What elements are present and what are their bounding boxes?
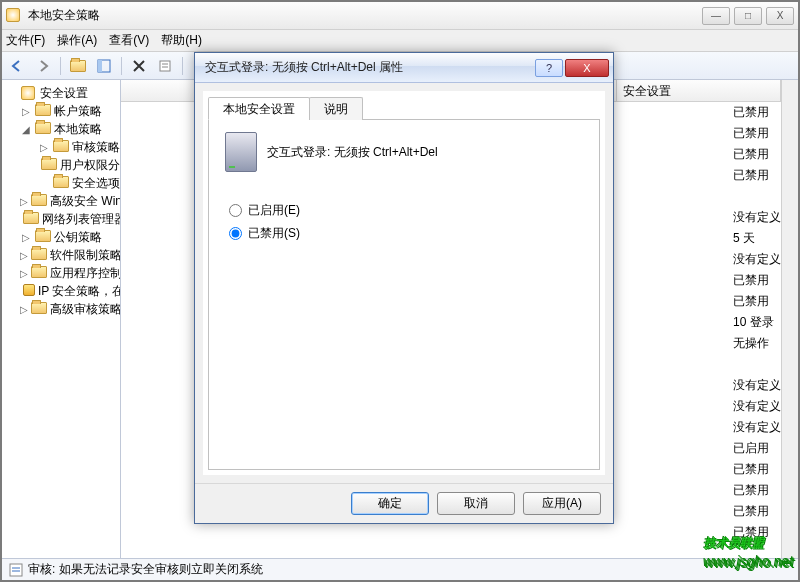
list-cell-setting: 已禁用 bbox=[733, 461, 769, 478]
radio-disabled-label: 已禁用(S) bbox=[248, 225, 300, 242]
radio-enabled-row[interactable]: 已启用(E) bbox=[229, 202, 579, 219]
menubar: 文件(F) 操作(A) 查看(V) 帮助(H) bbox=[2, 30, 798, 52]
scrollbar[interactable] bbox=[781, 80, 798, 558]
radio-disabled[interactable] bbox=[229, 227, 242, 240]
tree-expander-icon[interactable]: ▷ bbox=[20, 106, 32, 117]
cancel-button[interactable]: 取消 bbox=[437, 492, 515, 515]
forward-button[interactable] bbox=[32, 55, 54, 77]
menu-action[interactable]: 操作(A) bbox=[57, 32, 97, 49]
minimize-button[interactable]: — bbox=[702, 7, 730, 25]
tree-expander-icon[interactable]: ▷ bbox=[20, 250, 28, 261]
tree-expander-icon[interactable]: ▷ bbox=[20, 268, 28, 279]
properties-dialog: 交互式登录: 无须按 Ctrl+Alt+Del 属性 ? X 本地安全设置 说明… bbox=[194, 52, 614, 524]
tree-item-label: 审核策略 bbox=[72, 139, 120, 156]
up-button[interactable] bbox=[67, 55, 89, 77]
tree-item-label: 安全选项 bbox=[72, 175, 120, 192]
menu-help[interactable]: 帮助(H) bbox=[161, 32, 202, 49]
tree-item-label: 高级安全 Windows 防火墙 bbox=[50, 193, 121, 210]
list-cell-setting: 已启用 bbox=[733, 440, 769, 457]
dialog-help-button[interactable]: ? bbox=[535, 59, 563, 77]
list-cell-setting: 没有定义 bbox=[733, 251, 781, 268]
tree-item[interactable]: 用户权限分配 bbox=[2, 156, 120, 174]
list-cell-setting: 已禁用 bbox=[733, 272, 769, 289]
tree-item[interactable]: ▷审核策略 bbox=[2, 138, 120, 156]
tree-root-label: 安全设置 bbox=[40, 85, 88, 102]
dialog-buttons: 确定 取消 应用(A) bbox=[195, 483, 613, 523]
radio-enabled[interactable] bbox=[229, 204, 242, 217]
tree-pane[interactable]: 安全设置 ▷帐户策略◢本地策略▷审核策略用户权限分配安全选项▷高级安全 Wind… bbox=[2, 80, 121, 558]
tree-item-label: 网络列表管理器策略 bbox=[42, 211, 121, 228]
policy-name: 交互式登录: 无须按 Ctrl+Alt+Del bbox=[267, 144, 438, 161]
window-controls: — □ X bbox=[702, 7, 794, 25]
main-titlebar: 本地安全策略 — □ X bbox=[2, 2, 798, 30]
list-cell-setting: 10 登录 bbox=[733, 314, 774, 331]
list-cell-setting: 已禁用 bbox=[733, 524, 769, 541]
back-button[interactable] bbox=[6, 55, 28, 77]
tree-item[interactable]: ▷软件限制策略 bbox=[2, 246, 120, 264]
folder-icon bbox=[31, 302, 47, 316]
list-cell-setting: 已禁用 bbox=[733, 167, 769, 184]
status-text: 审核: 如果无法记录安全审核则立即关闭系统 bbox=[28, 561, 263, 578]
tree-item-label: 帐户策略 bbox=[54, 103, 102, 120]
folder-icon bbox=[23, 212, 39, 226]
dialog-tab-content: 交互式登录: 无须按 Ctrl+Alt+Del 已启用(E) 已禁用(S) bbox=[208, 120, 600, 470]
dialog-close-button[interactable]: X bbox=[565, 59, 609, 77]
tree-item[interactable]: ▷应用程序控制策略 bbox=[2, 264, 120, 282]
tree-item[interactable]: 网络列表管理器策略 bbox=[2, 210, 120, 228]
show-hide-tree-button[interactable] bbox=[93, 55, 115, 77]
folder-icon bbox=[53, 140, 69, 154]
list-cell-setting: 没有定义 bbox=[733, 377, 781, 394]
folder-icon bbox=[53, 176, 69, 190]
tree-expander-icon[interactable]: ◢ bbox=[20, 124, 32, 135]
tree-expander-icon[interactable]: ▷ bbox=[20, 196, 28, 207]
tab-local-security[interactable]: 本地安全设置 bbox=[208, 97, 310, 120]
tree-item-label: 应用程序控制策略 bbox=[50, 265, 121, 282]
tree-item[interactable]: 安全选项 bbox=[2, 174, 120, 192]
maximize-button[interactable]: □ bbox=[734, 7, 762, 25]
app-icon bbox=[6, 8, 22, 24]
list-col-setting[interactable]: 安全设置 bbox=[617, 80, 781, 101]
svg-rect-2 bbox=[160, 61, 170, 71]
list-cell-setting: 无操作 bbox=[733, 335, 769, 352]
list-cell-setting: 已禁用 bbox=[733, 482, 769, 499]
tree-expander-icon[interactable]: ▷ bbox=[20, 232, 32, 243]
folder-icon bbox=[35, 104, 51, 118]
tree-item[interactable]: ▷高级审核策略配置 bbox=[2, 300, 120, 318]
tree-item[interactable]: ▷帐户策略 bbox=[2, 102, 120, 120]
lock-icon bbox=[23, 284, 35, 298]
tree-item[interactable]: ▷公钥策略 bbox=[2, 228, 120, 246]
tab-explain[interactable]: 说明 bbox=[309, 97, 363, 120]
radio-disabled-row[interactable]: 已禁用(S) bbox=[229, 225, 579, 242]
folder-icon bbox=[31, 194, 47, 208]
list-cell-setting: 没有定义 bbox=[733, 398, 781, 415]
apply-button[interactable]: 应用(A) bbox=[523, 492, 601, 515]
tree-item-label: 公钥策略 bbox=[54, 229, 102, 246]
folder-icon bbox=[41, 158, 57, 172]
tree-item[interactable]: ◢本地策略 bbox=[2, 120, 120, 138]
tree-item-label: IP 安全策略，在 本地计算机 bbox=[38, 283, 121, 300]
tree-item-label: 用户权限分配 bbox=[60, 157, 121, 174]
folder-icon bbox=[35, 230, 51, 244]
tree-item[interactable]: IP 安全策略，在 本地计算机 bbox=[2, 282, 120, 300]
policy-icon bbox=[225, 132, 257, 172]
properties-button[interactable] bbox=[154, 55, 176, 77]
dialog-tabs: 本地安全设置 说明 bbox=[208, 96, 600, 120]
tree-root[interactable]: 安全设置 bbox=[2, 84, 120, 102]
close-button[interactable]: X bbox=[766, 7, 794, 25]
menu-view[interactable]: 查看(V) bbox=[109, 32, 149, 49]
list-cell-setting: 已禁用 bbox=[733, 503, 769, 520]
tree-expander-icon[interactable]: ▷ bbox=[20, 304, 28, 315]
status-icon bbox=[8, 562, 24, 578]
folder-icon bbox=[35, 122, 51, 136]
tree-item[interactable]: ▷高级安全 Windows 防火墙 bbox=[2, 192, 120, 210]
svg-rect-6 bbox=[10, 564, 22, 576]
ok-button[interactable]: 确定 bbox=[351, 492, 429, 515]
list-cell-setting: 没有定义 bbox=[733, 209, 781, 226]
list-cell-setting: 已禁用 bbox=[733, 104, 769, 121]
svg-rect-1 bbox=[98, 60, 102, 72]
menu-file[interactable]: 文件(F) bbox=[6, 32, 45, 49]
tree-expander-icon[interactable]: ▷ bbox=[38, 142, 50, 153]
delete-button[interactable] bbox=[128, 55, 150, 77]
list-cell-setting: 没有定义 bbox=[733, 419, 781, 436]
list-row[interactable]: 已禁用 bbox=[121, 522, 781, 543]
